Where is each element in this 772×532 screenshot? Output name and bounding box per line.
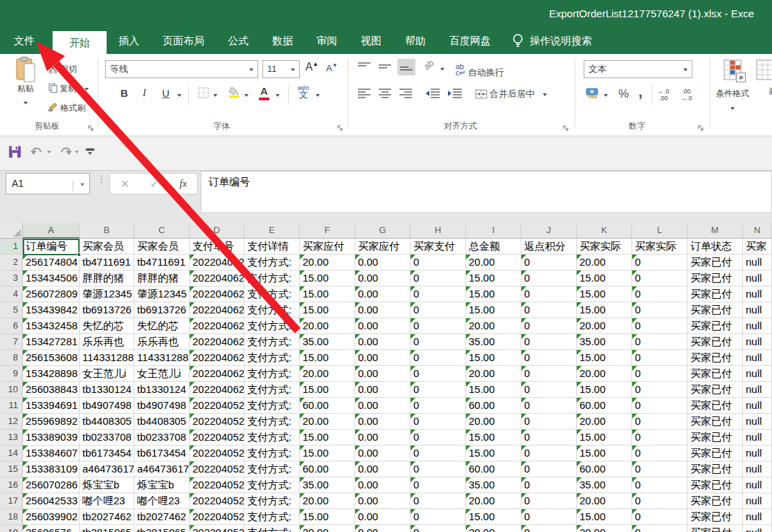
cell-K14[interactable]: 15.00 [577,446,632,461]
cell-E7[interactable]: 支付方式: [244,334,300,350]
copy-button[interactable]: 复制 [48,83,89,95]
cell-E1[interactable]: 支付详情 [244,239,300,255]
cell-C14[interactable]: tb6173454 [134,446,190,461]
cell-F1[interactable]: 买家应付 [300,239,355,255]
cell-G14[interactable]: 0.00 [355,446,411,461]
cell-A1[interactable]: 订单编号 [23,239,80,255]
col-header-H[interactable]: H [411,223,466,238]
number-format-combo[interactable]: 文本 [584,60,692,78]
cell-B5[interactable]: tb6913726 [80,302,134,318]
cell-K5[interactable]: 15.00 [577,302,632,318]
cell-L10[interactable]: 0 [632,382,688,398]
col-header-J[interactable]: J [521,223,577,238]
cancel-button[interactable]: ✕ [120,178,129,190]
cell-A8[interactable]: 256153608 [23,350,80,366]
cell-N4[interactable]: null [743,286,772,302]
cell-L1[interactable]: 买家实际 [632,239,688,255]
cell-L8[interactable]: 0 [632,350,688,366]
cell-I10[interactable]: 15.00 [466,382,521,398]
cell-G1[interactable]: 买家应付 [355,239,411,255]
cell-E5[interactable]: 支付方式: [244,302,300,318]
cell-H15[interactable]: 0 [411,461,466,477]
cell-N12[interactable]: null [743,414,772,430]
redo-caret-icon[interactable] [75,151,79,154]
cell-F18[interactable]: 15.00 [300,509,355,525]
cell-M18[interactable]: 买家已付 [688,509,743,525]
row-header-10[interactable]: 10 [0,382,23,398]
col-header-D[interactable]: D [190,223,244,238]
alignment-dialog-launcher[interactable] [562,125,570,132]
cell-B13[interactable]: tb0233708 [80,430,134,446]
cell-N7[interactable]: null [743,334,772,350]
cell-I12[interactable]: 20.00 [466,414,521,430]
tab-开始[interactable]: 开始 [53,31,107,54]
col-header-N[interactable]: N [743,223,772,238]
tab-百度网盘[interactable]: 百度网盘 [438,28,503,54]
cell-L12[interactable]: 0 [632,414,688,430]
increase-decimal-button[interactable]: ←.0 .00 [658,88,670,102]
cell-N11[interactable]: null [743,398,772,414]
cell-I17[interactable]: 20.00 [466,493,521,509]
cell-D10[interactable]: 202204062 [190,382,244,398]
cell-L9[interactable]: 0 [632,366,688,382]
cell-B15[interactable]: a46473617 [80,461,134,477]
cell-N6[interactable]: null [743,318,772,334]
cell-G12[interactable]: 0.00 [355,414,411,430]
cell-K1[interactable]: 买家实际 [577,239,632,255]
cell-I7[interactable]: 35.00 [466,334,521,350]
conditional-formatting-button[interactable]: ≠ 条件格式 [713,59,752,113]
cell-N13[interactable]: null [743,430,772,446]
cell-C18[interactable]: tb2027462 [134,509,190,525]
cell-F4[interactable]: 15.00 [300,286,355,302]
cell-B9[interactable]: 女王范儿i [80,366,134,382]
insert-function-button[interactable]: fx [179,178,187,190]
cell-I5[interactable]: 15.00 [466,302,521,318]
cell-B8[interactable]: 114331288 [80,350,134,366]
cell-H6[interactable]: 0 [411,318,466,334]
cell-G16[interactable]: 0.00 [355,477,411,493]
cell-D3[interactable]: 202204062 [190,270,244,286]
cell-J11[interactable]: 0 [521,398,577,414]
cell-I13[interactable]: 15.00 [466,430,521,446]
cell-J19[interactable]: 0 [521,525,577,532]
cell-L18[interactable]: 0 [632,509,688,525]
tab-公式[interactable]: 公式 [216,28,260,54]
cell-G15[interactable]: 0.00 [355,461,411,477]
cell-C15[interactable]: a46473617 [134,461,190,477]
cell-J8[interactable]: 0 [521,350,577,366]
name-box[interactable]: A1 | [6,173,90,194]
cell-J15[interactable]: 0 [521,461,577,477]
tab-视图[interactable]: 视图 [349,28,393,54]
cell-C6[interactable]: 失忆的芯 [134,318,190,334]
cell-C13[interactable]: tb0233708 [134,430,190,446]
align-center-button[interactable] [378,88,392,98]
cell-E13[interactable]: 支付方式: [244,430,300,446]
cell-H5[interactable]: 0 [411,302,466,318]
cell-A6[interactable]: 153432458 [23,318,80,334]
cell-N10[interactable]: null [743,382,772,398]
align-right-button[interactable] [399,88,413,98]
col-header-C[interactable]: C [134,223,190,238]
cell-D11[interactable]: 202204052 [190,398,244,414]
cell-K16[interactable]: 35.00 [577,477,632,493]
paste-button[interactable]: 粘贴 [8,57,43,107]
cell-N19[interactable]: null [743,525,772,532]
cell-L4[interactable]: 0 [632,286,688,302]
row-header-12[interactable]: 12 [0,414,23,430]
cell-B17[interactable]: 嘟个哩23 [80,493,134,509]
cell-M1[interactable]: 订单状态 [688,239,743,255]
cell-H8[interactable]: 0 [411,350,466,366]
cell-K15[interactable]: 60.00 [577,461,632,477]
save-button[interactable] [8,145,21,158]
cell-J9[interactable]: 0 [521,366,577,382]
undo-button[interactable] [30,146,44,157]
cell-J1[interactable]: 返点积分 [521,239,577,255]
row-header-5[interactable]: 5 [0,302,23,318]
cell-M7[interactable]: 买家已付 [688,334,743,350]
cell-F15[interactable]: 60.00 [300,461,355,477]
wrap-text-button[interactable]: abc↵ 自动换行 [456,64,504,79]
cell-L15[interactable]: 0 [632,461,688,477]
col-header-K[interactable]: K [577,223,632,238]
cell-B7[interactable]: 乐乐再也 [80,334,134,350]
cell-E4[interactable]: 支付方式: [244,286,300,302]
